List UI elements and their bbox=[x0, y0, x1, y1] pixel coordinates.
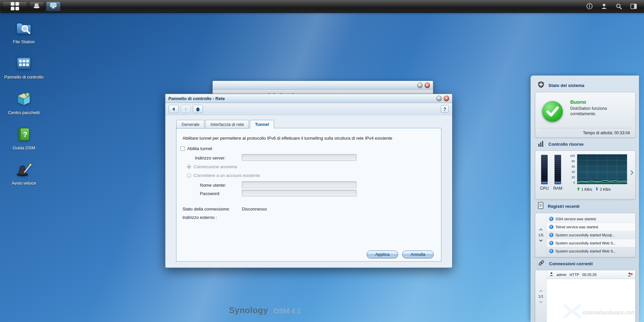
server-address-label: Indirizzo server: bbox=[195, 155, 226, 160]
page-up-icon[interactable] bbox=[539, 228, 543, 231]
main-menu-icon bbox=[11, 2, 19, 10]
taskbar-right-icons bbox=[585, 2, 642, 10]
log-text: System successfully started Web S... bbox=[555, 241, 616, 245]
storage-window-titlebar bbox=[213, 81, 433, 90]
section-title: Stato del sistema bbox=[548, 83, 584, 88]
info-icon bbox=[549, 249, 553, 253]
uptime-text: Tempo di attività: 00:33:04 bbox=[583, 131, 630, 135]
username-label: Nome utente: bbox=[200, 183, 226, 188]
synology-logo-text: Synology bbox=[229, 306, 268, 315]
existing-account-row: Connettere a un account esistente bbox=[187, 173, 260, 178]
username-input[interactable] bbox=[242, 181, 357, 188]
recent-logs-header: Registri recenti bbox=[538, 202, 634, 211]
minimize-icon[interactable] bbox=[417, 83, 423, 88]
connections-header: Connessioni correnti bbox=[538, 260, 634, 268]
desktop-icon-control-panel[interactable]: Pannello di controllo bbox=[4, 55, 44, 80]
dialog-title: Pannello di controllo - Rete bbox=[168, 96, 225, 101]
cpu-label: CPU bbox=[539, 186, 550, 191]
desktop-icon-label: File Station bbox=[13, 39, 35, 44]
tab-tunnel[interactable]: Tunnel bbox=[250, 120, 274, 129]
upload-icon bbox=[577, 187, 580, 191]
section-title: Registri recenti bbox=[548, 204, 580, 209]
connection-time: 00:25:26 bbox=[582, 273, 597, 277]
forward-button[interactable] bbox=[181, 105, 191, 113]
minimize-icon[interactable] bbox=[436, 96, 442, 101]
server-address-input[interactable] bbox=[242, 154, 357, 161]
desktop-icon-file-station[interactable]: File Station bbox=[4, 19, 44, 44]
desktop-icon-label: Avvio veloce bbox=[12, 181, 36, 186]
desktop-screen: File Station Pannello di controllo bbox=[0, 0, 644, 322]
chain-icon bbox=[538, 260, 545, 268]
taskbar-quick-start-button[interactable] bbox=[29, 1, 44, 11]
download-value: 2 KB/s bbox=[600, 187, 610, 191]
cancel-button[interactable]: Annulla bbox=[402, 250, 434, 258]
status-ok-icon bbox=[542, 101, 563, 122]
back-button[interactable] bbox=[169, 105, 179, 113]
page-down-icon[interactable] bbox=[539, 301, 543, 303]
pilot-view-icon[interactable] bbox=[630, 2, 638, 10]
logs-page-indicator: 1/5 bbox=[538, 233, 543, 237]
log-row: System successfully started Web S... bbox=[547, 239, 635, 247]
status-footer: Tempo di attività: 00:33:04 bbox=[539, 128, 632, 137]
download-icon bbox=[595, 187, 598, 191]
close-icon[interactable] bbox=[425, 83, 430, 88]
password-label: Password: bbox=[200, 191, 220, 196]
page-down-icon[interactable] bbox=[539, 239, 543, 242]
close-icon[interactable] bbox=[444, 96, 449, 101]
tab-interfaccia-di-rete[interactable]: Interfaccia di rete bbox=[205, 120, 249, 129]
connection-user: admin bbox=[556, 273, 567, 277]
anonymous-connection-radio[interactable] bbox=[187, 165, 191, 169]
enable-tunnel-checkbox[interactable] bbox=[180, 146, 185, 151]
info-icon[interactable] bbox=[585, 2, 593, 10]
ram-gauge: RAM bbox=[552, 155, 564, 191]
page-up-icon[interactable] bbox=[539, 290, 543, 292]
main-menu-button[interactable] bbox=[2, 1, 27, 11]
dialog-titlebar[interactable]: Pannello di controllo - Rete bbox=[165, 94, 452, 103]
package-center-icon bbox=[15, 90, 33, 108]
connection-row: admin HTTP 00:25:26 bbox=[547, 270, 635, 279]
chart-y-axis: 100 80 60 40 20 0 bbox=[566, 154, 575, 184]
kick-user-icon[interactable] bbox=[628, 272, 633, 277]
home-button[interactable] bbox=[193, 105, 203, 113]
log-row: Telnet service was started. bbox=[547, 223, 635, 231]
desktop-icon-list: File Station Pannello di controllo bbox=[4, 19, 44, 186]
upload-value: 1 KB/s bbox=[581, 187, 592, 191]
file-station-icon bbox=[15, 19, 33, 37]
connection-status-value: Disconnesso bbox=[242, 206, 267, 212]
section-title: Connessioni correnti bbox=[549, 261, 593, 266]
desktop-icon-dsm-help[interactable]: ? Guida DSM bbox=[4, 126, 44, 150]
dialog-buttons: Applica Annulla bbox=[367, 250, 434, 258]
shield-icon bbox=[538, 81, 544, 90]
search-icon[interactable] bbox=[615, 2, 623, 10]
quick-start-icon bbox=[15, 161, 33, 178]
anonymous-connection-label: Connessione anonima bbox=[194, 164, 237, 169]
external-address-label: Indirizzo esterno : bbox=[182, 215, 217, 220]
log-text: Telnet service was started. bbox=[555, 225, 599, 229]
apply-button[interactable]: Applica bbox=[367, 250, 398, 258]
tab-generale[interactable]: Generale bbox=[176, 120, 204, 129]
dsm-version-text: DSM 4.1 bbox=[274, 307, 301, 315]
existing-account-label: Connettere a un account esistente bbox=[194, 173, 260, 178]
document-icon bbox=[538, 202, 544, 211]
help-button[interactable]: ? bbox=[441, 105, 449, 113]
user-icon bbox=[549, 272, 553, 277]
enable-tunnel-row: Abilita tunnel bbox=[180, 146, 212, 151]
dsm-help-icon: ? bbox=[15, 126, 33, 143]
system-widget-panel: Stato del sistema Buono DiskStation funz… bbox=[531, 76, 639, 322]
password-input[interactable] bbox=[242, 190, 357, 196]
chevron-right-icon[interactable] bbox=[631, 170, 634, 176]
back-icon bbox=[171, 107, 176, 111]
enable-tunnel-label: Abilita tunnel bbox=[187, 146, 212, 151]
log-row: SSH service was started. bbox=[547, 215, 635, 223]
existing-account-radio[interactable] bbox=[187, 173, 191, 178]
bars-icon bbox=[538, 140, 544, 148]
desktop-icon-package-center[interactable]: Centro pacchetti bbox=[4, 90, 44, 115]
taskbar-active-window-button[interactable] bbox=[46, 1, 61, 11]
cpu-gauge: CPU bbox=[539, 155, 550, 191]
log-row: System successfully started Mysql... bbox=[547, 231, 635, 239]
log-text: System successfully started Web S... bbox=[555, 249, 616, 253]
desktop-icon-quick-start[interactable]: Avvio veloce bbox=[4, 161, 44, 186]
watermark-text: xtremehardware.com bbox=[582, 309, 636, 316]
log-row: System successfully started Web S... bbox=[547, 247, 635, 255]
user-icon[interactable] bbox=[600, 2, 608, 10]
